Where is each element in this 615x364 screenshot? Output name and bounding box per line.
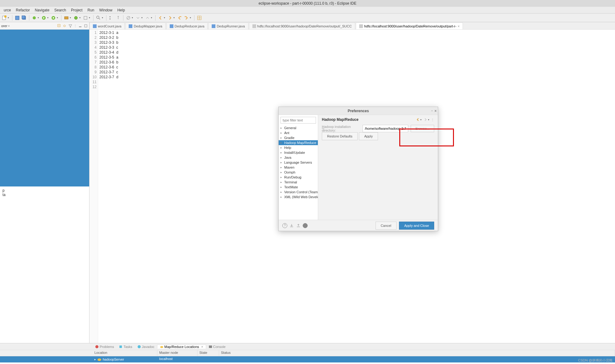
dropdown-icon[interactable]: ▾: [47, 16, 48, 19]
tab-javadoc[interactable]: Javadoc: [135, 345, 157, 349]
apply-button[interactable]: Apply: [359, 132, 378, 140]
menu-project[interactable]: Project: [69, 8, 85, 12]
col-master[interactable]: Master node: [157, 350, 197, 356]
filter-input[interactable]: [280, 117, 316, 124]
view-menu-icon[interactable]: ⋮: [431, 118, 434, 121]
dropdown-icon[interactable]: ▾: [141, 16, 143, 19]
collapse-all-icon[interactable]: [57, 24, 61, 28]
pref-tree-item[interactable]: Ant: [279, 130, 318, 135]
dropdown-icon[interactable]: ▾: [79, 16, 81, 19]
close-icon[interactable]: ×: [8, 24, 10, 28]
dropdown-icon[interactable]: ▾: [102, 16, 103, 19]
cancel-button[interactable]: Cancel: [376, 222, 397, 230]
dropdown-icon[interactable]: ▾: [190, 16, 191, 19]
pref-tree-item[interactable]: Install/Update: [279, 150, 318, 155]
dropdown-icon[interactable]: ▾: [132, 16, 133, 19]
tab-hdfs-succ[interactable]: hdfs://localhost:9000/user/hadoop/DateRe…: [249, 22, 355, 29]
dropdown-icon[interactable]: ▾: [420, 118, 422, 121]
tab-hdfs-part-r[interactable]: hdfs://localhost:9000/user/hadoop/DateRe…: [356, 22, 463, 29]
link-editor-icon[interactable]: [63, 24, 67, 28]
pref-tree-item[interactable]: Version Control (Team: [279, 190, 318, 194]
last-edit-fwd-icon[interactable]: [184, 15, 189, 20]
menu-source[interactable]: urce: [1, 8, 13, 12]
close-icon[interactable]: ×: [458, 24, 459, 28]
open-type-icon[interactable]: [83, 15, 88, 20]
tab-console[interactable]: Console: [206, 345, 228, 349]
dropdown-icon[interactable]: ▾: [164, 16, 165, 19]
view-menu-icon[interactable]: ⋮: [74, 24, 77, 27]
close-icon[interactable]: ×: [201, 345, 203, 349]
tab-wordcount[interactable]: wordCount.java: [89, 22, 125, 29]
help-icon[interactable]: ?: [282, 223, 287, 228]
forward-icon[interactable]: [423, 117, 428, 122]
tab-dedupmapper[interactable]: DedupMapper.java: [125, 22, 165, 29]
back-icon[interactable]: [416, 117, 420, 122]
pref-tree-item[interactable]: General: [279, 125, 318, 130]
tab-tasks[interactable]: Tasks: [116, 345, 135, 349]
restore-window-icon[interactable]: ▫: [431, 109, 433, 113]
apply-close-button[interactable]: Apply and Close: [399, 222, 434, 230]
new-icon[interactable]: [2, 15, 7, 20]
pref-tree-item[interactable]: Maven: [279, 165, 318, 170]
table-row[interactable]: ▸hadoopServer localhost: [0, 356, 615, 362]
menu-refactor[interactable]: Refactor: [13, 8, 32, 12]
close-icon[interactable]: ×: [434, 109, 437, 113]
pref-tree-item[interactable]: Terminal: [279, 180, 318, 185]
prev-annotation-icon[interactable]: [145, 15, 150, 20]
tree-item[interactable]: ta: [2, 193, 87, 197]
pref-tree-item[interactable]: Help: [279, 145, 318, 150]
skip-breakpoints-icon[interactable]: [126, 15, 131, 20]
import-icon[interactable]: [289, 223, 294, 228]
export-icon[interactable]: [296, 223, 301, 228]
minimize-icon[interactable]: [78, 24, 82, 28]
search-icon[interactable]: [96, 15, 101, 20]
pref-tree-item[interactable]: XML (Wild Web Develo: [279, 194, 318, 199]
menu-window[interactable]: Window: [97, 8, 115, 12]
save-icon[interactable]: [15, 15, 20, 20]
menu-navigate[interactable]: Navigate: [32, 8, 52, 12]
col-status[interactable]: Status: [219, 350, 615, 356]
filter-icon[interactable]: [68, 24, 73, 28]
menu-search[interactable]: Search: [52, 8, 69, 12]
pref-tree-item[interactable]: Java: [279, 155, 318, 160]
dropdown-icon[interactable]: ▾: [70, 16, 71, 19]
save-all-icon[interactable]: [22, 15, 27, 20]
dropdown-icon[interactable]: ▾: [173, 16, 175, 19]
back-icon[interactable]: [158, 15, 163, 20]
expand-icon[interactable]: ▸: [94, 358, 96, 361]
explorer-selection[interactable]: [0, 30, 89, 186]
pin-icon[interactable]: [116, 15, 121, 20]
new-class-icon[interactable]: [73, 15, 78, 20]
tab-deduprunner[interactable]: DedupRunner.java: [208, 22, 248, 29]
pref-tree-item[interactable]: TextMate: [279, 185, 318, 190]
pref-tree-item[interactable]: Gradle: [279, 135, 318, 140]
menu-help[interactable]: Help: [115, 8, 127, 12]
run-icon[interactable]: [41, 15, 46, 20]
pref-tree-item[interactable]: Run/Debug: [279, 175, 318, 180]
browse-button[interactable]: Browse...: [411, 125, 434, 132]
toggle-breadcrumb-icon[interactable]: [109, 15, 114, 20]
maximize-icon[interactable]: [84, 24, 88, 28]
new-package-icon[interactable]: [64, 15, 69, 20]
coverage-icon[interactable]: [51, 15, 56, 20]
tree-item[interactable]: p: [2, 188, 87, 193]
dropdown-icon[interactable]: ▾: [57, 16, 58, 19]
debug-icon[interactable]: [32, 15, 37, 20]
last-edit-icon[interactable]: [177, 15, 182, 20]
pref-tree-item[interactable]: Hadoop Map/Reduce: [279, 140, 318, 145]
open-perspective-icon[interactable]: [197, 15, 202, 20]
menu-run[interactable]: Run: [85, 8, 97, 12]
tab-mapreduce-locations[interactable]: Map/Reduce Locations×: [157, 345, 206, 349]
restore-defaults-button[interactable]: Restore Defaults: [322, 132, 358, 140]
dropdown-icon[interactable]: ▾: [151, 16, 152, 19]
col-location[interactable]: Location: [93, 350, 157, 356]
tab-dedupreducer[interactable]: DedupReducer.java: [166, 22, 208, 29]
install-dir-input[interactable]: [363, 125, 408, 132]
col-state[interactable]: State: [197, 350, 219, 356]
dropdown-icon[interactable]: ▾: [8, 16, 9, 19]
dropdown-icon[interactable]: ▾: [89, 16, 90, 19]
tab-problems[interactable]: Problems: [93, 345, 116, 349]
next-annotation-icon[interactable]: [135, 15, 140, 20]
pref-tree-item[interactable]: Language Servers: [279, 160, 318, 165]
dropdown-icon[interactable]: ▾: [428, 118, 429, 121]
